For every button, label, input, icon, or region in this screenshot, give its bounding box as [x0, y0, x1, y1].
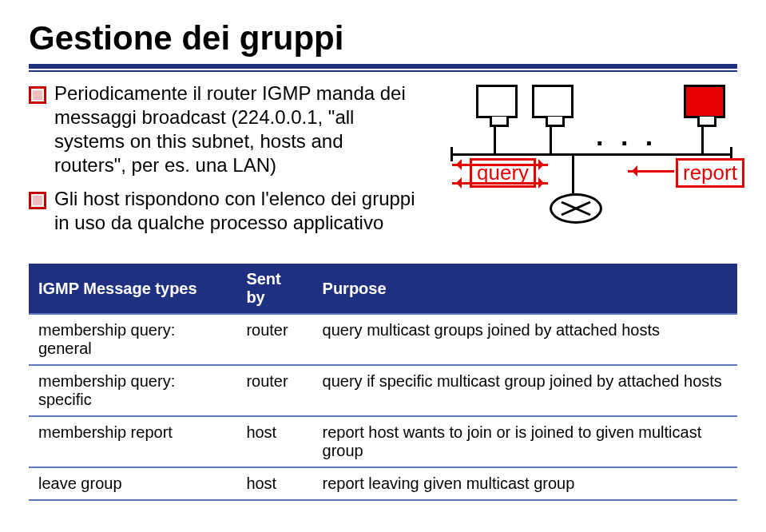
- bus-line: [452, 153, 732, 156]
- col-header-purpose: Purpose: [313, 264, 737, 314]
- bullet-icon: [29, 192, 46, 209]
- page-title: Gestione dei gruppi: [29, 19, 737, 58]
- cell-type: membership report: [29, 416, 236, 467]
- title-rule: [29, 64, 737, 72]
- host-icon: [476, 85, 518, 118]
- cell-type: leave group: [29, 467, 236, 500]
- query-arrow: [452, 164, 548, 166]
- table-row: membership query: general router query m…: [29, 314, 737, 365]
- cell-sentby: host: [236, 416, 312, 467]
- host-red-icon: [684, 85, 725, 118]
- igmp-message-table: IGMP Message types Sent by Purpose membe…: [29, 264, 737, 501]
- report-label: report: [676, 158, 744, 188]
- cell-purpose: query multicast groups joined by attache…: [313, 314, 737, 365]
- col-header-sentby: Sent by: [236, 264, 312, 314]
- ellipsis-icon: . . .: [596, 121, 657, 152]
- query-arrow: [452, 182, 548, 185]
- table-row: leave group host report leaving given mu…: [29, 467, 737, 500]
- list-item: Gli host rispondono con l'elenco dei gru…: [29, 187, 420, 235]
- router-icon: [550, 193, 602, 224]
- cell-sentby: router: [236, 314, 312, 365]
- network-diagram: . . . query report: [436, 81, 737, 249]
- cell-type: membership query: specific: [29, 365, 236, 416]
- list-item: Periodicamente il router IGMP manda dei …: [29, 81, 420, 177]
- report-arrow: [628, 170, 674, 173]
- cell-sentby: router: [236, 365, 312, 416]
- cell-type: membership query: general: [29, 314, 236, 365]
- table-row: membership query: specific router query …: [29, 365, 737, 416]
- link-line: [701, 126, 704, 153]
- link-line: [494, 126, 496, 153]
- table-row: membership report host report host wants…: [29, 416, 737, 467]
- content-row: Periodicamente il router IGMP manda dei …: [29, 81, 737, 249]
- cell-purpose: query if specific multicast group joined…: [313, 365, 737, 416]
- router-link: [572, 153, 574, 193]
- cell-sentby: host: [236, 467, 312, 500]
- host-icon: [532, 85, 574, 118]
- cell-purpose: report leaving given multicast group: [313, 467, 737, 500]
- bullet-list: Periodicamente il router IGMP manda dei …: [29, 81, 420, 244]
- bullet-text: Gli host rispondono con l'elenco dei gru…: [54, 187, 420, 235]
- col-header-types: IGMP Message types: [29, 264, 236, 314]
- link-line: [550, 126, 552, 153]
- bullet-text: Periodicamente il router IGMP manda dei …: [54, 81, 420, 177]
- cell-purpose: report host wants to join or is joined t…: [313, 416, 737, 467]
- bullet-icon: [29, 86, 46, 104]
